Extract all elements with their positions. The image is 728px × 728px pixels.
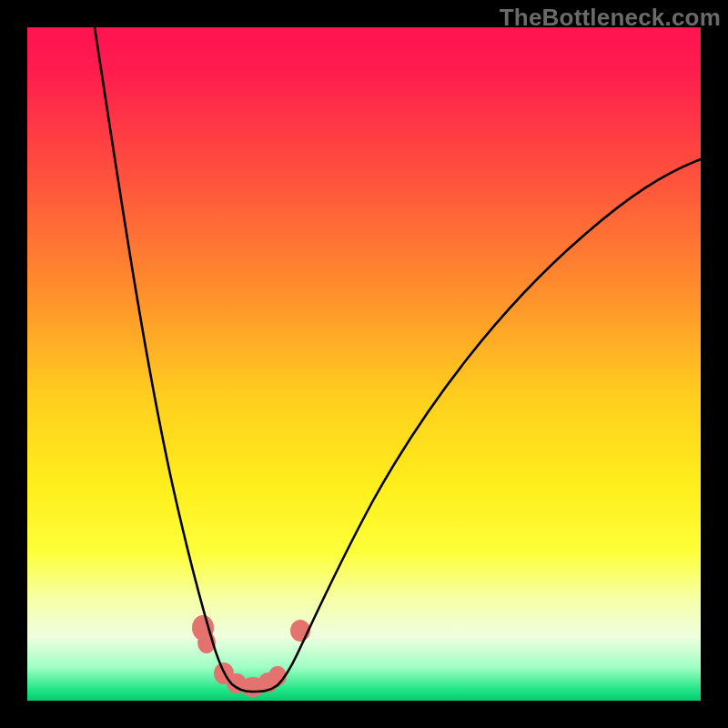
chart-frame	[27, 27, 701, 701]
curve-right-curve	[278, 159, 701, 685]
chart-curves	[27, 27, 701, 701]
curve-left-curve	[95, 27, 251, 692]
marker-layer	[192, 615, 310, 697]
curve-layer	[95, 27, 701, 692]
